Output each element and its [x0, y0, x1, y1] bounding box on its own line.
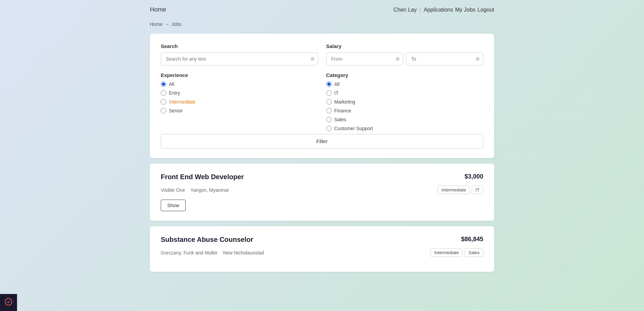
category-finance-label: Finance — [334, 108, 351, 113]
experience-group: Experience All Entry Intermediate — [161, 72, 318, 131]
experience-intermediate-radio[interactable] — [161, 99, 166, 105]
salary-to-input[interactable] — [406, 52, 483, 65]
experience-senior[interactable]: Senior — [161, 108, 318, 113]
category-marketing-radio[interactable] — [326, 99, 332, 105]
search-label: Search — [161, 43, 318, 49]
bottom-bar — [0, 294, 17, 311]
experience-label: Experience — [161, 72, 318, 78]
search-clear-button[interactable]: ⊗ — [310, 56, 315, 62]
nav-applications-link[interactable]: Applications — [424, 7, 453, 13]
category-group: Category All IT Marketing — [326, 72, 484, 131]
category-marketing[interactable]: Marketing — [326, 99, 484, 105]
nav-user-section: Chen Lay : Applications My Jobs Logout — [393, 7, 494, 13]
main-content: Search ⊗ Salary ⊗ ⊗ — [0, 34, 644, 272]
job-card-0-company: Visible One — [161, 187, 185, 193]
breadcrumb-arrow: → — [164, 21, 169, 27]
nav-logout-link[interactable]: Logout — [477, 7, 494, 13]
salary-from-input[interactable] — [326, 52, 404, 65]
category-sales[interactable]: Sales — [326, 117, 484, 122]
nav-username: Chen Lay — [393, 7, 417, 13]
job-card-0-tags: Intermediate IT — [438, 186, 483, 194]
breadcrumb-jobs: Jobs — [171, 21, 182, 27]
experience-entry-radio[interactable] — [161, 90, 166, 96]
job-card-0-location: Yangon, Myanmar — [190, 187, 229, 193]
job-card-0-salary: $3,000 — [465, 173, 483, 180]
experience-all-radio[interactable] — [161, 81, 166, 87]
category-customer-support-radio[interactable] — [326, 126, 332, 131]
salary-from-wrapper: ⊗ — [326, 52, 404, 65]
job-card-0-company-location: Visible One Yangon, Myanmar — [161, 187, 229, 193]
nav-home[interactable]: Home — [150, 6, 166, 13]
category-customer-support[interactable]: Customer Support — [326, 126, 484, 131]
experience-all[interactable]: All — [161, 81, 318, 87]
salary-from-clear-button[interactable]: ⊗ — [395, 56, 400, 62]
job-card-0: Front End Web Developer $3,000 Visible O… — [150, 164, 494, 221]
filter-top-row: Search ⊗ Salary ⊗ ⊗ — [161, 43, 483, 65]
salary-to-clear-button[interactable]: ⊗ — [475, 56, 480, 62]
search-group: Search ⊗ — [161, 43, 318, 65]
experience-intermediate-label: Intermediate — [169, 99, 195, 105]
category-label: Category — [326, 72, 484, 78]
experience-radio-group: All Entry Intermediate Senior — [161, 81, 318, 113]
filter-card: Search ⊗ Salary ⊗ ⊗ — [150, 34, 494, 158]
job-card-1-tags: Intermediate Sales — [430, 248, 483, 257]
nav-myjobs-link[interactable]: My Jobs — [455, 7, 475, 13]
job-card-1-title: Substance Abuse Counselor — [161, 236, 253, 244]
job-card-1-company-location: Gorczany, Funk and Muller New Nicholauss… — [161, 250, 264, 255]
job-card-0-title: Front End Web Developer — [161, 173, 244, 181]
navbar: Home Chen Lay : Applications My Jobs Log… — [0, 0, 644, 19]
job-card-1: Substance Abuse Counselor $86,845 Gorcza… — [150, 226, 494, 272]
experience-entry[interactable]: Entry — [161, 90, 318, 96]
category-all-radio[interactable] — [326, 81, 332, 87]
category-all-label: All — [334, 81, 340, 87]
experience-entry-label: Entry — [169, 90, 180, 96]
svg-point-0 — [5, 298, 12, 305]
job-card-1-tag-1: Sales — [465, 248, 483, 257]
job-card-1-tag-0: Intermediate — [430, 248, 462, 257]
category-sales-label: Sales — [334, 117, 346, 122]
search-input-wrapper: ⊗ — [161, 52, 318, 65]
job-card-0-header: Front End Web Developer $3,000 — [161, 173, 483, 181]
job-card-0-tag-1: IT — [472, 186, 483, 194]
job-card-0-tag-0: Intermediate — [438, 186, 470, 194]
category-finance[interactable]: Finance — [326, 108, 484, 113]
salary-label: Salary — [326, 43, 484, 49]
salary-inputs: ⊗ ⊗ — [326, 52, 484, 65]
category-marketing-label: Marketing — [334, 99, 355, 105]
job-card-0-show-button[interactable]: Show — [161, 200, 186, 211]
home-link[interactable]: Home — [150, 6, 166, 13]
experience-senior-label: Senior — [169, 108, 183, 113]
filter-button[interactable]: Filter — [161, 134, 483, 149]
breadcrumb: Home → Jobs — [0, 19, 644, 34]
salary-to-wrapper: ⊗ — [406, 52, 483, 65]
experience-intermediate[interactable]: Intermediate — [161, 99, 318, 105]
breadcrumb-home[interactable]: Home — [150, 21, 162, 27]
category-all[interactable]: All — [326, 81, 484, 87]
job-card-1-header: Substance Abuse Counselor $86,845 — [161, 236, 483, 244]
category-it-radio[interactable] — [326, 90, 332, 96]
category-finance-radio[interactable] — [326, 108, 332, 113]
category-it-label: IT — [334, 90, 339, 96]
search-input[interactable] — [161, 52, 318, 65]
category-customer-support-label: Customer Support — [334, 126, 373, 131]
filter-bottom-row: Experience All Entry Intermediate — [161, 72, 483, 131]
category-radio-group: All IT Marketing Finance — [326, 81, 484, 131]
job-card-1-location: New Nicholausstad — [223, 250, 264, 255]
category-sales-radio[interactable] — [326, 117, 332, 122]
experience-all-label: All — [169, 81, 174, 87]
nav-separator: : — [420, 7, 421, 13]
bottom-bar-icon — [4, 298, 13, 308]
category-it[interactable]: IT — [326, 90, 484, 96]
experience-senior-radio[interactable] — [161, 108, 166, 113]
job-card-1-salary: $86,845 — [461, 236, 483, 243]
job-card-0-meta: Visible One Yangon, Myanmar Intermediate… — [161, 186, 483, 194]
job-card-1-meta: Gorczany, Funk and Muller New Nicholauss… — [161, 248, 483, 257]
salary-group: Salary ⊗ ⊗ — [326, 43, 484, 65]
job-card-1-company: Gorczany, Funk and Muller — [161, 250, 218, 255]
